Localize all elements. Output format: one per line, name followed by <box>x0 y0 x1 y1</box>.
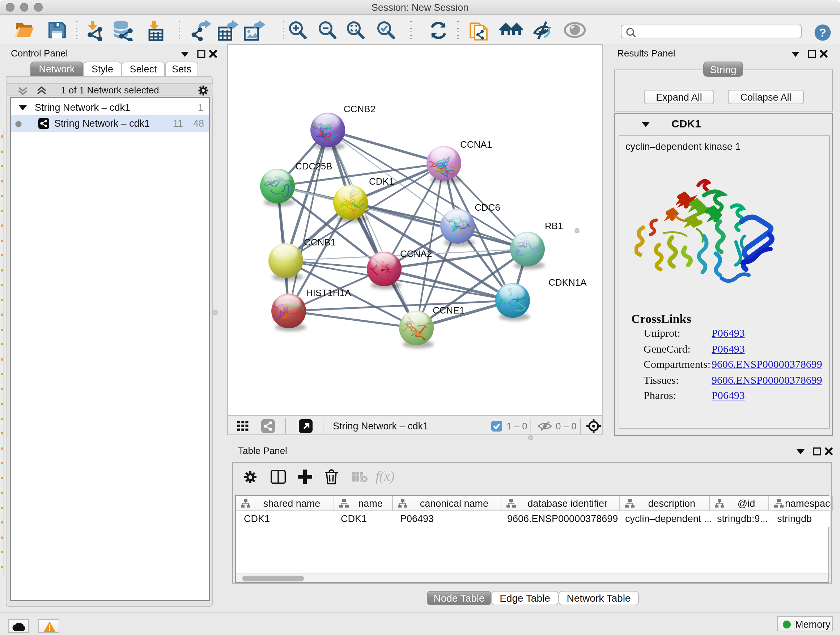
svg-text:CCNE1: CCNE1 <box>433 305 464 316</box>
svg-text:CDK1: CDK1 <box>369 176 394 187</box>
svg-text:HIST1H1A: HIST1H1A <box>306 287 351 298</box>
svg-text:CDC6: CDC6 <box>475 202 500 213</box>
svg-text:CCNA2: CCNA2 <box>400 249 432 259</box>
svg-text:CCNB1: CCNB1 <box>304 237 336 248</box>
svg-text:CCNB2: CCNB2 <box>344 103 376 114</box>
svg-text:RB1: RB1 <box>545 220 563 231</box>
svg-text:CDC25B: CDC25B <box>295 161 332 172</box>
svg-text:?: ? <box>819 26 826 39</box>
svg-text:CCNA1: CCNA1 <box>460 139 492 150</box>
svg-text:CDKN1A: CDKN1A <box>548 277 587 288</box>
